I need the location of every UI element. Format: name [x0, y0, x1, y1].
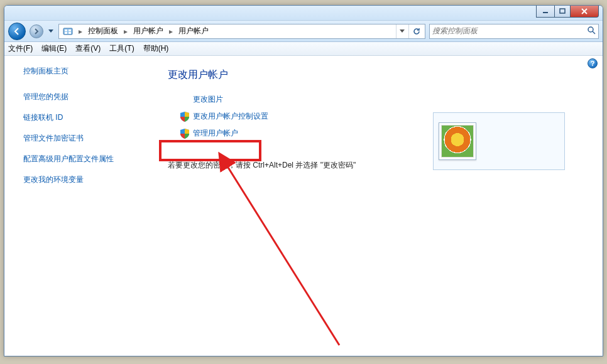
- menubar: 文件(F) 编辑(E) 查看(V) 工具(T) 帮助(H): [4, 42, 603, 56]
- sidebar-link-online-id[interactable]: 链接联机 ID: [23, 112, 143, 123]
- menu-edit[interactable]: 编辑(E): [41, 43, 67, 54]
- back-button[interactable]: [8, 23, 26, 40]
- chevron-right-icon: ▸: [77, 27, 84, 36]
- titlebar: [4, 6, 603, 21]
- chevron-right-icon: ▸: [167, 27, 175, 36]
- sidebar-home-link[interactable]: 控制面板主页: [23, 66, 143, 77]
- menu-help[interactable]: 帮助(H): [143, 43, 169, 54]
- maximize-button[interactable]: [554, 5, 571, 18]
- history-dropdown[interactable]: [47, 29, 55, 33]
- search-placeholder: 搜索控制面板: [432, 26, 478, 36]
- svg-point-9: [588, 27, 593, 32]
- close-button[interactable]: [570, 5, 599, 18]
- search-input[interactable]: 搜索控制面板: [429, 24, 599, 39]
- shield-icon: [180, 112, 189, 122]
- shield-icon: [180, 129, 189, 139]
- task-label: 管理用户帐户: [193, 128, 238, 139]
- avatar-image: [441, 125, 474, 158]
- content-area: ? 控制面板主页 管理您的凭据 链接联机 ID 管理文件加密证书 配置高级用户配…: [4, 56, 603, 356]
- chevron-right-icon: ▸: [122, 27, 129, 36]
- window-buttons: [537, 5, 599, 18]
- control-panel-window: ▸ 控制面板 ▸ 用户帐户 ▸ 用户帐户 搜索控制面板 文件(F) 编辑(E) …: [4, 5, 603, 356]
- breadcrumb-item[interactable]: 用户帐户: [176, 24, 211, 38]
- svg-rect-5: [65, 29, 67, 31]
- task-label: 更改用户帐户控制设置: [193, 111, 268, 122]
- control-panel-icon: [60, 24, 75, 38]
- menu-file[interactable]: 文件(F): [8, 43, 33, 54]
- address-dropdown[interactable]: [396, 24, 407, 38]
- svg-rect-7: [65, 32, 67, 34]
- user-account-card: [433, 112, 565, 170]
- sidebar-link-profiles[interactable]: 配置高级用户配置文件属性: [23, 154, 143, 164]
- sidebar-link-env-vars[interactable]: 更改我的环境变量: [23, 174, 143, 185]
- svg-rect-1: [560, 9, 565, 13]
- sidebar-link-encryption[interactable]: 管理文件加密证书: [23, 133, 143, 144]
- breadcrumb-item[interactable]: 控制面板: [85, 24, 121, 38]
- address-bar[interactable]: ▸ 控制面板 ▸ 用户帐户 ▸ 用户帐户: [58, 24, 425, 39]
- search-icon: [587, 26, 596, 36]
- svg-rect-8: [68, 32, 71, 34]
- page-heading: 更改用户帐户: [168, 68, 590, 82]
- menu-tools[interactable]: 工具(T): [109, 43, 134, 54]
- main-panel: 更改用户帐户 更改图片 更改用户帐户控制设置 管理用户帐户: [149, 56, 603, 356]
- svg-rect-6: [68, 29, 71, 31]
- menu-view[interactable]: 查看(V): [75, 43, 101, 54]
- forward-button[interactable]: [30, 24, 43, 38]
- sidebar: 控制面板主页 管理您的凭据 链接联机 ID 管理文件加密证书 配置高级用户配置文…: [4, 56, 149, 356]
- task-change-picture[interactable]: 更改图片: [193, 94, 590, 105]
- navbar: ▸ 控制面板 ▸ 用户帐户 ▸ 用户帐户 搜索控制面板: [4, 21, 603, 42]
- task-label: 更改图片: [193, 94, 223, 105]
- minimize-button[interactable]: [536, 5, 555, 18]
- sidebar-link-credentials[interactable]: 管理您的凭据: [23, 92, 143, 102]
- avatar-frame: [439, 122, 476, 160]
- breadcrumb-item[interactable]: 用户帐户: [131, 24, 166, 38]
- svg-line-10: [593, 31, 595, 34]
- refresh-button[interactable]: [408, 24, 424, 38]
